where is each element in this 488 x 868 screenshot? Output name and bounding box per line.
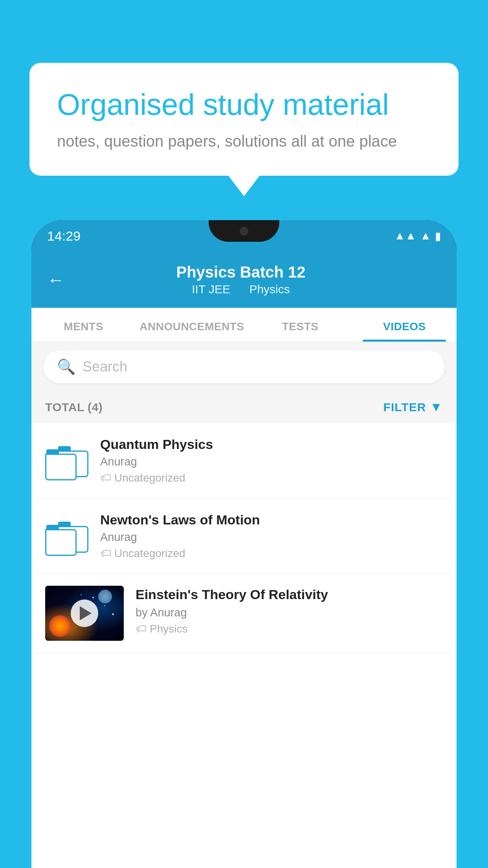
- video-list: Quantum Physics Anurag 🏷 Uncategorized: [31, 423, 457, 653]
- subtitle-iit: IIT JEE: [192, 283, 230, 296]
- list-item[interactable]: Newton's Laws of Motion Anurag 🏷 Uncateg…: [31, 498, 457, 574]
- filter-label: FILTER: [383, 401, 426, 414]
- video-thumbnail-einstein: [45, 586, 124, 641]
- tag-label: Uncategorized: [114, 472, 185, 484]
- video-author: by Anurag: [136, 606, 443, 619]
- tab-tests[interactable]: TESTS: [248, 308, 352, 342]
- folder-icon: [45, 441, 88, 480]
- video-info-quantum: Quantum Physics Anurag 🏷 Uncategorized: [100, 437, 443, 484]
- subtitle-physics: Physics: [249, 283, 290, 296]
- header-main-title: Physics Batch 12: [76, 263, 405, 281]
- speech-bubble: Organised study material notes, question…: [29, 63, 459, 176]
- video-thumb-newton: [45, 515, 88, 558]
- folder-main: [45, 454, 77, 480]
- status-bar: 14:29 ▲▲ ▲ ▮: [31, 220, 457, 252]
- video-tag: 🏷 Physics: [136, 622, 443, 635]
- status-time: 14:29: [47, 228, 81, 244]
- tag-icon: 🏷: [136, 622, 147, 635]
- filter-button[interactable]: FILTER ▼: [383, 400, 443, 414]
- play-icon: [80, 606, 92, 620]
- phone-notch: [209, 220, 279, 242]
- header-title-group: Physics Batch 12 IIT JEE Physics: [76, 263, 405, 296]
- camera-dot: [240, 227, 248, 235]
- tab-videos[interactable]: VIDEOS: [352, 308, 457, 342]
- tag-label: Uncategorized: [114, 547, 185, 560]
- video-title: Einstein's Theory Of Relativity: [136, 586, 443, 603]
- headline: Organised study material: [57, 86, 431, 122]
- tag-label: Physics: [150, 623, 187, 635]
- total-count: TOTAL (4): [45, 401, 103, 414]
- filter-bar: TOTAL (4) FILTER ▼: [31, 391, 457, 423]
- signal-icon: ▲: [420, 230, 431, 242]
- tab-announcements[interactable]: ANNOUNCEMENTS: [136, 308, 248, 342]
- folder-main: [45, 529, 77, 556]
- filter-funnel-icon: ▼: [430, 400, 443, 414]
- app-content: ← Physics Batch 12 IIT JEE Physics MENTS…: [31, 252, 457, 868]
- video-title: Quantum Physics: [100, 437, 443, 452]
- play-button[interactable]: [71, 600, 98, 627]
- video-tag: 🏷 Uncategorized: [100, 471, 443, 484]
- search-icon: 🔍: [57, 358, 75, 375]
- video-author: Anurag: [100, 455, 443, 468]
- app-header: ← Physics Batch 12 IIT JEE Physics: [31, 252, 457, 308]
- list-item[interactable]: Einstein's Theory Of Relativity by Anura…: [31, 574, 457, 653]
- wifi-icon: ▲▲: [394, 230, 416, 242]
- battery-icon: ▮: [435, 230, 441, 243]
- list-item[interactable]: Quantum Physics Anurag 🏷 Uncategorized: [31, 423, 457, 498]
- search-bar[interactable]: 🔍 Search: [43, 350, 445, 383]
- video-info-newton: Newton's Laws of Motion Anurag 🏷 Uncateg…: [100, 512, 443, 560]
- phone-frame: 14:29 ▲▲ ▲ ▮ ← Physics Batch 12 IIT JEE …: [31, 220, 457, 868]
- subtext: notes, question papers, solutions all at…: [57, 132, 431, 150]
- tab-ments[interactable]: MENTS: [31, 308, 136, 342]
- tab-bar: MENTS ANNOUNCEMENTS TESTS VIDEOS: [31, 308, 457, 342]
- video-thumb-quantum: [45, 439, 88, 482]
- tag-icon: 🏷: [100, 471, 111, 484]
- video-author: Anurag: [100, 531, 443, 544]
- status-icons: ▲▲ ▲ ▮: [394, 230, 441, 243]
- search-bar-container: 🔍 Search: [31, 342, 457, 391]
- header-subtitle: IIT JEE Physics: [76, 283, 405, 296]
- search-placeholder: Search: [83, 359, 127, 375]
- video-tag: 🏷 Uncategorized: [100, 547, 443, 560]
- folder-icon: [45, 517, 88, 556]
- speech-bubble-container: Organised study material notes, question…: [29, 63, 459, 176]
- video-info-einstein: Einstein's Theory Of Relativity by Anura…: [136, 586, 443, 635]
- video-title: Newton's Laws of Motion: [100, 512, 443, 528]
- back-button[interactable]: ←: [47, 270, 64, 290]
- tag-icon: 🏷: [100, 547, 111, 560]
